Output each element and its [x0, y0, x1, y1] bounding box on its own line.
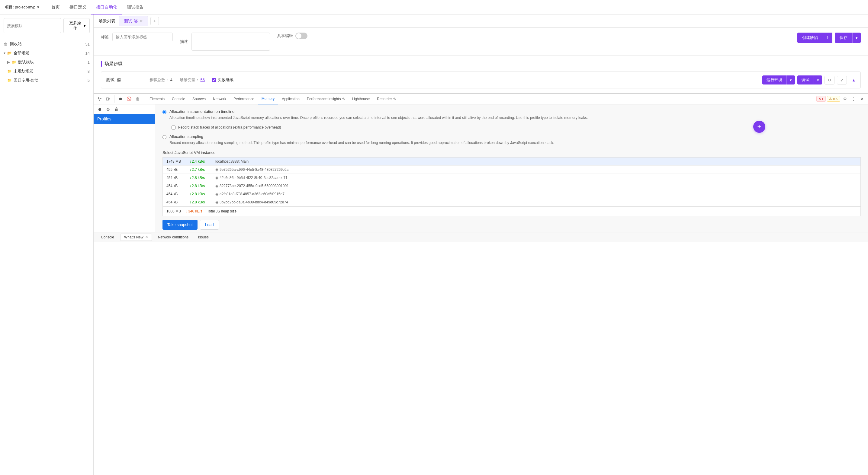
fail-continue-checkbox[interactable]: 失败继续 — [212, 77, 234, 83]
take-snapshot-button[interactable]: Take snapshot — [162, 220, 197, 230]
sidebar-item-recycle[interactable]: 🗑 回收站 51 — [0, 39, 93, 48]
bottom-tab-issues[interactable]: Issues — [194, 234, 212, 240]
bottom-tab-console[interactable]: Console — [97, 234, 118, 240]
debug-more-button[interactable]: ▾ — [814, 75, 822, 84]
circle-icon: ◉ — [215, 192, 218, 196]
project-selector[interactable]: 项目: project-myp ▾ — [5, 4, 39, 10]
tab-performance-insights[interactable]: Performance insights ⚗ — [303, 94, 348, 104]
error-icon: ✕ — [818, 97, 821, 101]
vm-row[interactable]: 454 kB ↓ 2.8 kB/s ◉ 822773be-2072-455a-9… — [163, 182, 861, 190]
allocation-sampling-radio[interactable] — [162, 135, 166, 139]
record-icon[interactable]: ⏺ — [117, 95, 124, 103]
create-defect-button[interactable]: 创建缺陷 — [797, 33, 823, 43]
experiment-icon: ⚗ — [393, 97, 396, 101]
scene-list-label: 场景列表 — [98, 19, 115, 24]
vm-row[interactable]: 454 kB ↓ 2.8 kB/s ◉ 3b2cd2bc-da8a-4b09-b… — [163, 198, 861, 206]
close-icon[interactable]: ✕ — [145, 235, 148, 239]
form-actions: 创建缺陷 ⇑ 保存 ▾ — [797, 33, 861, 43]
tab-network[interactable]: Network — [209, 94, 230, 104]
dt-action-buttons: Take snapshot Load — [162, 220, 861, 230]
more-icon[interactable]: ⋮ — [850, 95, 857, 103]
total-label: Total JS heap size — [207, 209, 237, 213]
settings-icon[interactable]: ⚙ — [841, 95, 849, 103]
vm-row[interactable]: 455 kB ↓ 2.7 kB/s ◉ 9e75265a-c996-44e5-8… — [163, 166, 861, 174]
nav-home[interactable]: 首页 — [46, 0, 65, 14]
nav-interface-def[interactable]: 接口定义 — [65, 0, 91, 14]
tab-memory[interactable]: Memory — [258, 94, 278, 104]
console-label: Console — [101, 235, 114, 239]
run-env-more-button[interactable]: ▾ — [786, 75, 795, 84]
scene-name: 测试_姿 — [106, 77, 142, 83]
tabs-bar: 场景列表 测试_姿 ✕ + — [94, 14, 868, 28]
add-tab-button[interactable]: + — [150, 17, 159, 25]
more-operations-button[interactable]: 更多操作 ▾ — [63, 18, 90, 33]
tab-elements[interactable]: Elements — [146, 94, 168, 104]
debug-button[interactable]: 调试 — [797, 75, 814, 84]
sidebar-item-unplanned[interactable]: 📁 未规划场景 8 — [0, 67, 93, 76]
bottom-tab-whats-new[interactable]: What's New ✕ — [120, 234, 152, 241]
run-env-button[interactable]: 运行环境 — [762, 75, 786, 84]
devtools-icons — [96, 95, 115, 103]
share-edit-toggle[interactable] — [296, 33, 307, 39]
expand-button[interactable]: ⤢ — [837, 76, 847, 84]
warning-badge[interactable]: ⚠ 105 — [827, 96, 840, 102]
sidebar-item-return-special[interactable]: 📁 回归专用-勿动 5 — [0, 76, 93, 85]
save-more-button[interactable]: ▾ — [852, 33, 861, 43]
nav-interface-auto[interactable]: 接口自动化 — [91, 0, 122, 14]
bottom-tab-network-conditions[interactable]: Network conditions — [154, 234, 192, 240]
device-toolbar-icon[interactable] — [104, 95, 112, 103]
stop-button[interactable]: ⊘ — [104, 106, 112, 113]
stack-traces-checkbox[interactable] — [172, 126, 176, 130]
devtools-tabs: Elements Console Sources Network Perform… — [146, 94, 816, 104]
sidebar-item-label: 未规划场景 — [13, 68, 85, 74]
allocation-timeline-radio[interactable] — [162, 110, 166, 114]
vm-row[interactable]: 454 kB ↓ 2.8 kB/s ◉ 42c6e86b-9b5d-4f22-8… — [163, 174, 861, 182]
clear-profiles-button[interactable]: 🗑 — [113, 106, 120, 113]
sidebar-item-default-module[interactable]: ▶ 📁 默认模块 1 — [0, 58, 93, 67]
form-row: 标签 描述 共享编辑 创建缺陷 ⇑ — [101, 33, 861, 51]
active-tab[interactable]: 测试_姿 ✕ — [119, 16, 148, 26]
sidebar-item-all-scenes[interactable]: ▾ 📂 全部场景 14 — [0, 48, 93, 58]
tab-sources[interactable]: Sources — [189, 94, 209, 104]
devtools-sidebar: ⏺ ⊘ 🗑 Profiles — [94, 104, 155, 232]
variables-label: 场景变量： 56 — [180, 77, 205, 83]
load-button[interactable]: Load — [200, 220, 219, 230]
folder-icon: 📁 — [7, 69, 12, 73]
tab-console[interactable]: Console — [168, 94, 189, 104]
inspect-icon[interactable] — [96, 95, 103, 103]
share-button[interactable]: ⇑ — [823, 33, 832, 43]
refresh-button[interactable]: ↻ — [825, 76, 835, 84]
folder-open-icon: 📂 — [7, 51, 12, 55]
tab-lighthouse[interactable]: Lighthouse — [348, 94, 374, 104]
desc-textarea[interactable] — [191, 33, 270, 51]
svg-rect-0 — [106, 98, 109, 100]
save-button[interactable]: 保存 — [835, 33, 852, 43]
vm-id: ◉ 9e75265a-c996-44e5-8a48-430327269c6a — [215, 168, 857, 172]
new-profile-button[interactable]: ⏺ — [96, 106, 103, 113]
tag-input[interactable] — [112, 33, 173, 41]
collapse-button[interactable]: ▲ — [852, 78, 856, 82]
search-input[interactable] — [4, 18, 61, 33]
tab-performance[interactable]: Performance — [230, 94, 258, 104]
circle-icon: ◉ — [215, 176, 218, 180]
nav-test-report[interactable]: 测试报告 — [122, 0, 149, 14]
close-icon[interactable]: ✕ — [858, 95, 866, 103]
vm-row[interactable]: 454 kB ↓ 2.8 kB/s ◉ a2fc81a8-f73f-4857-a… — [163, 190, 861, 198]
add-step-fab[interactable]: + — [753, 121, 765, 133]
tab-application[interactable]: Application — [278, 94, 303, 104]
vm-table: 1748 MB ↓ 2.4 kB/s localhost:8888: Main … — [162, 157, 861, 216]
profiles-label: Profiles — [94, 114, 155, 124]
error-badge[interactable]: ✕ 1 — [816, 96, 826, 102]
folder-icon: 📁 — [7, 78, 12, 82]
tab-recorder[interactable]: Recorder ⚗ — [373, 94, 399, 104]
vm-row[interactable]: 1748 MB ↓ 2.4 kB/s localhost:8888: Main — [163, 158, 861, 166]
vm-memory: 1748 MB — [166, 159, 185, 164]
delete-icon[interactable]: 🗑 — [134, 95, 141, 103]
vm-rate: ↓ 2.8 kB/s — [189, 184, 211, 188]
close-icon[interactable]: ✕ — [140, 19, 143, 23]
fail-continue-input[interactable] — [212, 78, 216, 82]
scene-actions: 运行环境 ▾ 调试 ▾ ↻ ⤢ ▲ — [762, 75, 856, 84]
down-arrow-icon: ↓ — [189, 168, 191, 172]
vm-id: ◉ 822773be-2072-455a-9cd5-66000300109f — [215, 184, 857, 188]
clear-icon[interactable]: 🚫 — [125, 95, 132, 103]
